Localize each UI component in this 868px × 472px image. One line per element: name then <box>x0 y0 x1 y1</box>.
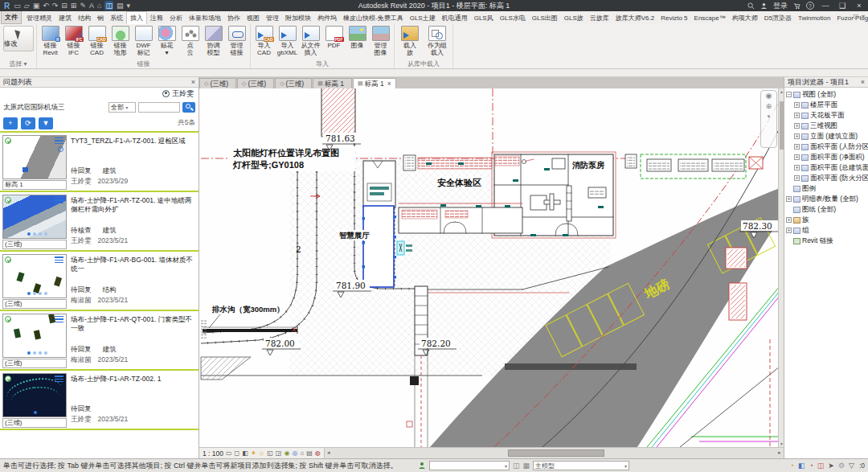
expander-icon[interactable]: + <box>786 217 792 223</box>
search-button[interactable] <box>182 102 195 113</box>
qat-icon[interactable]: ⊞ <box>71 1 77 10</box>
view-control-icon[interactable]: ◱ <box>267 449 273 457</box>
expander-icon[interactable]: + <box>794 154 800 160</box>
workset-dropdown[interactable]: ▾ <box>429 461 510 470</box>
qat-icon[interactable]: ▤ <box>117 1 124 10</box>
tree-item[interactable]: + 面积平面 (防火分区面积) <box>786 173 868 183</box>
ribbon-button[interactable]: 协调模型 <box>202 25 225 56</box>
view-control-icon[interactable]: ▤ <box>306 449 313 457</box>
ribbon-button[interactable]: DWF标记 <box>132 25 155 56</box>
ribbon-tab[interactable]: GLS水电 <box>497 12 529 24</box>
issue-thumbnail[interactable] <box>2 195 67 239</box>
tree-item[interactable]: + 天花板平面 <box>786 110 868 121</box>
issue-title[interactable]: 场布-土护降-F1-AR-QT-001. 门窗类型不一致 <box>71 315 196 333</box>
qat-icon[interactable]: ◫ <box>104 1 113 10</box>
tree-item[interactable]: + 组 <box>786 225 868 236</box>
scroll-left-icon[interactable]: ◄ <box>326 448 331 458</box>
modify-button[interactable]: 修改 <box>3 26 34 51</box>
tree-item[interactable]: + 三维视图 <box>786 121 868 131</box>
view-tab[interactable]: ◇ (三维) <box>237 78 274 88</box>
issue-card[interactable]: (三维) 场布-土护降-F1-AR-TZ-002. 1 待回复 王姈雯2023/… <box>0 371 199 430</box>
ribbon-tab[interactable]: 附加模块 <box>282 12 314 24</box>
tree-item[interactable]: + 明细表/数量 (全部) <box>786 194 868 204</box>
ribbon-button[interactable]: IFC 链接IFC <box>62 25 85 56</box>
grid-icon[interactable]: ▦ <box>523 462 530 470</box>
issue-title[interactable]: 场布-土护降-F1-AR-TZ-002. 1 <box>71 375 196 384</box>
steering-wheel-icon[interactable]: ◉ <box>761 91 776 101</box>
view-tab[interactable]: ▤ 标高 1 × <box>353 78 396 88</box>
expander-icon[interactable]: + <box>794 102 800 108</box>
ribbon-button[interactable]: 管理链接 <box>225 25 248 56</box>
ribbon-button[interactable]: PDF PDF <box>322 25 346 49</box>
tree-item[interactable]: + 族 <box>786 215 868 225</box>
statusbar-icon[interactable]: ▽ <box>849 462 854 470</box>
ribbon-button[interactable]: 管理图像 <box>369 25 392 56</box>
qat-icon[interactable]: A <box>89 1 94 10</box>
ribbon-button[interactable]: CAD 链接CAD <box>85 25 108 56</box>
tree-item[interactable]: 图例 <box>786 183 868 194</box>
expander-icon[interactable]: + <box>786 228 792 233</box>
navigation-bar[interactable]: ◉ ⊕ ▼ <box>760 90 777 148</box>
view-control-icon[interactable]: ◉ <box>284 449 289 457</box>
ribbon-tab[interactable]: 注释 <box>147 12 166 24</box>
ribbon-tab[interactable]: GLS族 <box>561 12 587 24</box>
close-icon[interactable]: × <box>861 78 865 86</box>
menu-icon[interactable] <box>55 376 63 382</box>
restore-button[interactable]: ❑ <box>837 2 848 10</box>
ribbon-tab[interactable]: 管理 <box>263 12 282 24</box>
filter-button[interactable]: ▼ <box>39 117 53 129</box>
ribbon-tab[interactable]: GLS土建 <box>407 12 439 24</box>
qat-icon[interactable]: ▱ <box>24 1 30 10</box>
ribbon-button[interactable]: R 链接Revit <box>39 25 62 56</box>
horizontal-scrollbar[interactable]: ◄ ► <box>324 448 784 458</box>
ribbon-button[interactable]: 贴花▾ <box>155 25 178 56</box>
tree-item[interactable]: + 楼层平面 <box>786 100 868 110</box>
tree-item[interactable]: + 面积平面 (人防分区面积) <box>786 142 868 152</box>
ribbon-button[interactable]: 点云 <box>178 25 202 56</box>
issue-card[interactable]: (三维) 场布-土护降-F1-AR-BG-001. 墙体材质不统一 待回复结构 … <box>0 252 199 311</box>
tree-item[interactable]: + 面积平面 (净面积) <box>786 152 868 162</box>
add-issue-button[interactable]: + <box>3 117 18 129</box>
issue-thumbnail[interactable] <box>2 314 67 358</box>
issue-thumbnail[interactable] <box>2 373 67 417</box>
help-icon[interactable]: ? <box>806 2 814 10</box>
ribbon-button[interactable]: 链接地形 <box>108 25 132 56</box>
statusbar-icon[interactable]: ◔ <box>809 462 813 470</box>
ribbon-button[interactable]: 图像 <box>346 25 369 49</box>
ribbon-tab[interactable]: 管理精灵 <box>23 12 55 24</box>
ribbon-tab[interactable]: Enscape™ <box>691 12 729 24</box>
user-name[interactable]: 王姈雯 <box>172 88 194 99</box>
close-icon[interactable]: × <box>191 78 195 86</box>
issue-thumbnail[interactable] <box>2 135 67 179</box>
issue-title[interactable]: TYT3_TERZL-F1-A-TZ-001. 迎检区域 <box>71 137 196 146</box>
ribbon-button[interactable]: 导入gbXML <box>276 25 299 56</box>
pagination-dots[interactable] <box>34 411 37 414</box>
view-control-icon[interactable]: ▭ <box>226 449 232 457</box>
expander-icon[interactable]: + <box>794 113 800 118</box>
statusbar-icon[interactable]: ⚙ <box>838 462 845 470</box>
pagination-dots[interactable] <box>27 232 31 236</box>
tree-item[interactable]: − 视图 (全部) <box>786 89 868 100</box>
expander-icon[interactable]: + <box>794 165 800 170</box>
filter-dropdown[interactable]: 全部 ▾ <box>108 102 136 113</box>
issue-card[interactable]: (三维) 场布-土护降-F1-AR-QT-001. 门窗类型不一致 待回复建筑 … <box>0 311 199 371</box>
qat-icon[interactable]: ↶ <box>43 1 49 10</box>
ribbon-tab[interactable]: 文件 <box>1 11 22 24</box>
signin-button[interactable]: 登录 <box>773 1 788 11</box>
view-tab[interactable]: ◇ (三维) <box>199 78 236 88</box>
qat-icon[interactable]: ▭ <box>14 1 21 10</box>
revit-logo-icon[interactable]: R <box>0 2 14 10</box>
tree-item[interactable]: + 面积平面 (总建筑面积) <box>786 162 868 173</box>
cart-icon[interactable] <box>793 2 800 10</box>
view-control-icon[interactable]: ☀ <box>251 449 256 457</box>
search-icon[interactable] <box>747 2 755 10</box>
ribbon-tab[interactable]: D5渲染器 <box>761 12 795 24</box>
zoom-icon[interactable]: ⊕ <box>761 101 776 112</box>
expander-icon[interactable]: + <box>794 175 800 181</box>
ribbon-state-icon[interactable]: ▾ <box>862 13 865 20</box>
scroll-right-icon[interactable]: ► <box>777 448 782 458</box>
issue-card[interactable]: 标高 1 TYT3_TERZL-F1-A-TZ-001. 迎检区域 待回复建筑 … <box>0 133 199 192</box>
ribbon-tab[interactable]: 云族库 <box>587 12 612 24</box>
ribbon-tab[interactable]: 协作 <box>224 12 244 24</box>
view-tab[interactable]: ▤ 标高 1 <box>313 78 352 88</box>
